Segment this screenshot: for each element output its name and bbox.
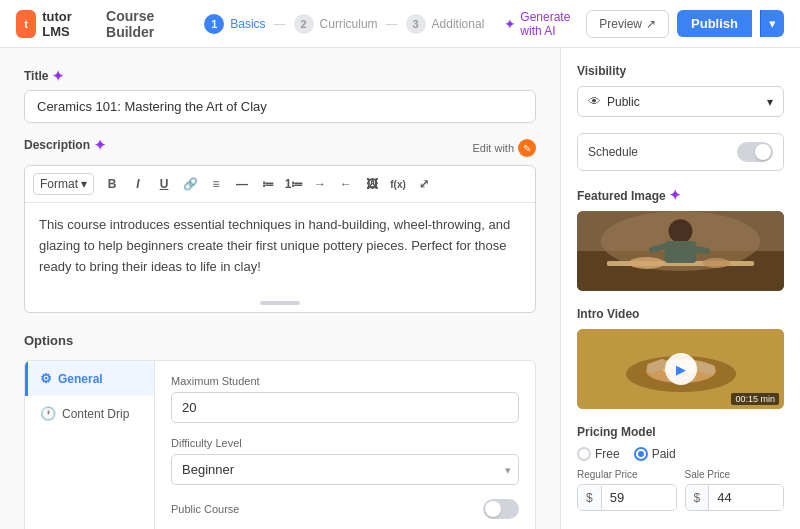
sale-price-label: Sale Price <box>685 469 785 480</box>
step-additional[interactable]: 3 Additional <box>406 14 485 34</box>
description-header: Description ✦ Edit with ✎ <box>24 137 536 159</box>
step-2-num: 2 <box>294 14 314 34</box>
ai-generate-button[interactable]: ✦ Generate with AI <box>496 6 578 42</box>
step-2-label: Curriculum <box>320 17 378 31</box>
step-basics[interactable]: 1 Basics <box>204 14 265 34</box>
edit-with-icon: ✎ <box>518 139 536 157</box>
step-3-label: Additional <box>432 17 485 31</box>
featured-image-svg <box>577 211 784 291</box>
ai-button-label: Generate with AI <box>520 10 570 38</box>
max-student-field: Maximum Student <box>171 375 519 423</box>
featured-ai-icon: ✦ <box>669 187 681 203</box>
public-course-label: Public Course <box>171 503 239 515</box>
sale-price-field: Sale Price $ <box>685 469 785 511</box>
schedule-label: Schedule <box>588 145 638 159</box>
formula-button[interactable]: f(x) <box>386 172 410 196</box>
general-tab[interactable]: ⚙ General <box>25 361 154 396</box>
format-dropdown[interactable]: Format ▾ <box>33 173 94 195</box>
bullet-list-button[interactable]: ≔ <box>256 172 280 196</box>
editor-scrollbar <box>25 289 535 312</box>
step-1-label: Basics <box>230 17 265 31</box>
desc-ai-icon: ✦ <box>94 137 106 153</box>
step-arrow-1: — <box>274 17 286 31</box>
free-radio-circle <box>577 447 591 461</box>
visibility-value: Public <box>607 95 761 109</box>
header-actions: ✦ Generate with AI Preview ↗ Publish ▾ <box>496 6 784 42</box>
difficulty-label: Difficulty Level <box>171 437 519 449</box>
description-editor: Format ▾ B I U 🔗 ≡ — ≔ 1≔ → ← 🖼 f(x) ⤢ <box>24 165 536 313</box>
svg-rect-7 <box>665 241 697 263</box>
svg-point-4 <box>629 257 665 269</box>
step-arrow-2: — <box>386 17 398 31</box>
intro-video-label: Intro Video <box>577 307 784 321</box>
options-section: Options ⚙ General 🕐 Content Drip Maximum… <box>24 333 536 529</box>
public-course-toggle[interactable] <box>483 499 519 519</box>
link-button[interactable]: 🔗 <box>178 172 202 196</box>
schedule-toggle[interactable] <box>737 142 773 162</box>
max-student-input[interactable] <box>171 392 519 423</box>
fullscreen-button[interactable]: ⤢ <box>412 172 436 196</box>
pricing-label: Pricing Model <box>577 425 784 439</box>
clock-icon: 🕐 <box>40 406 56 421</box>
svg-point-5 <box>702 258 730 268</box>
scrollbar-thumb <box>260 301 300 305</box>
description-section: Description ✦ Edit with ✎ Format ▾ B I U <box>24 137 536 313</box>
app-header: t tutor LMS Course Builder 1 Basics — 2 … <box>0 0 800 48</box>
paid-radio-circle <box>634 447 648 461</box>
title-label: Title ✦ <box>24 68 536 84</box>
options-content: Maximum Student Difficulty Level Beginne… <box>155 361 535 529</box>
indent-left-button[interactable]: ← <box>334 172 358 196</box>
free-radio[interactable]: Free <box>577 447 620 461</box>
edit-with-section: Edit with ✎ <box>472 139 536 157</box>
hr-button[interactable]: — <box>230 172 254 196</box>
page-title: Course Builder <box>106 8 180 40</box>
title-ai-icon: ✦ <box>52 68 64 84</box>
description-text: This course introduces essential techniq… <box>39 217 510 274</box>
featured-image[interactable] <box>577 211 784 291</box>
bold-button[interactable]: B <box>100 172 124 196</box>
indent-right-button[interactable]: → <box>308 172 332 196</box>
paid-radio[interactable]: Paid <box>634 447 676 461</box>
preview-button[interactable]: Preview ↗ <box>586 10 669 38</box>
main-content: Title ✦ Description ✦ Edit with ✎ <box>0 48 800 529</box>
description-content[interactable]: This course introduces essential techniq… <box>25 203 535 289</box>
edit-with-label: Edit with <box>472 142 514 154</box>
ai-icon: ✦ <box>504 16 516 32</box>
video-play-button[interactable]: ▶ <box>665 353 697 385</box>
step-1-num: 1 <box>204 14 224 34</box>
public-course-field: Public Course <box>171 499 519 519</box>
right-panel: Visibility 👁 Public ▾ Schedule Featured … <box>560 48 800 529</box>
underline-button[interactable]: U <box>152 172 176 196</box>
sale-price-input[interactable] <box>709 485 783 510</box>
difficulty-select[interactable]: Beginner Intermediate Advanced <box>171 454 519 485</box>
intro-video[interactable]: ▶ 00:15 min <box>577 329 784 409</box>
step-curriculum[interactable]: 2 Curriculum <box>294 14 378 34</box>
featured-image-label: Featured Image ✦ <box>577 187 784 203</box>
visibility-dropdown[interactable]: 👁 Public ▾ <box>577 86 784 117</box>
free-label: Free <box>595 447 620 461</box>
publish-button[interactable]: Publish <box>677 10 752 37</box>
title-input[interactable] <box>24 90 536 123</box>
ordered-list-button[interactable]: 1≔ <box>282 172 306 196</box>
sale-price-input-wrap: $ <box>685 484 785 511</box>
preview-label: Preview <box>599 17 642 31</box>
align-button[interactable]: ≡ <box>204 172 228 196</box>
schedule-toggle-knob <box>755 144 771 160</box>
publish-dropdown-button[interactable]: ▾ <box>760 10 784 37</box>
options-container: ⚙ General 🕐 Content Drip Maximum Student… <box>24 360 536 529</box>
eye-icon: 👁 <box>588 94 601 109</box>
regular-price-input-wrap: $ <box>577 484 677 511</box>
paid-label: Paid <box>652 447 676 461</box>
content-drip-tab[interactable]: 🕐 Content Drip <box>25 396 154 431</box>
visibility-section: Visibility 👁 Public ▾ <box>577 64 784 117</box>
format-chevron-icon: ▾ <box>81 177 87 191</box>
general-tab-label: General <box>58 372 103 386</box>
pricing-radio-row: Free Paid <box>577 447 784 461</box>
regular-price-input[interactable] <box>602 485 676 510</box>
featured-image-section: Featured Image ✦ <box>577 187 784 291</box>
italic-button[interactable]: I <box>126 172 150 196</box>
toggle-knob <box>485 501 501 517</box>
difficulty-select-wrapper: Beginner Intermediate Advanced ▾ <box>171 454 519 485</box>
left-panel: Title ✦ Description ✦ Edit with ✎ <box>0 48 560 529</box>
image-button[interactable]: 🖼 <box>360 172 384 196</box>
